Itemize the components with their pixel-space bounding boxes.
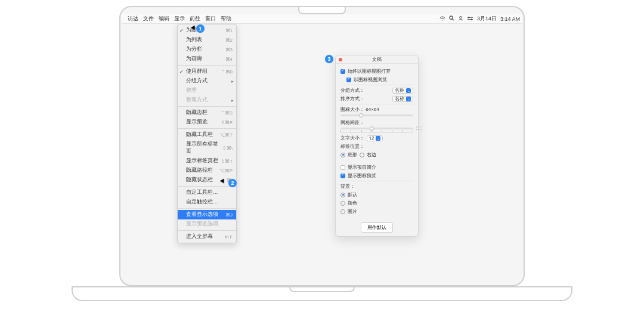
menubar-app[interactable]: 访达: [128, 15, 138, 23]
menu-as-icons[interactable]: ✓为图标⌘1: [178, 26, 236, 35]
panel-title: 文稿: [372, 57, 382, 62]
menu-view[interactable]: 显示: [174, 15, 185, 23]
menu-show-preview[interactable]: 显示预览⇧⌘P: [178, 117, 236, 127]
bg-default[interactable]: 默认: [340, 191, 413, 198]
menubar-date[interactable]: 3月14日: [477, 15, 497, 23]
menu-as-list[interactable]: 为列表⌘2: [178, 35, 236, 45]
menu-customize-toolbar[interactable]: 自定工具栏…: [178, 188, 236, 197]
menu-hide-sidebar[interactable]: 隐藏边栏⌃⌘S: [178, 108, 236, 117]
svg-point-0: [450, 16, 453, 19]
spotlight-icon[interactable]: [449, 16, 454, 22]
menu-show-tab-bar[interactable]: 显示标签页栏⇧⌘T: [178, 156, 236, 166]
laptop-frame: 访达 文件 编辑 显示 前往 窗口 帮助 3月14日 3:14 AM ✓为图: [119, 6, 525, 286]
group-by-row: 分组方式： 名称⌄: [340, 87, 413, 94]
step-badge-3: 3: [325, 55, 333, 63]
laptop-base: [72, 286, 572, 301]
grid-spacing-slider[interactable]: [340, 128, 413, 129]
text-size-row: 文字大小： 12⌄: [340, 135, 413, 141]
bg-color[interactable]: 颜色: [340, 200, 413, 206]
wifi-icon[interactable]: [439, 16, 445, 22]
menu-hide-status-bar[interactable]: 隐藏状态栏⌘/: [178, 175, 236, 185]
menu-hide-toolbar[interactable]: 隐藏工具栏⌥⌘T: [178, 130, 236, 140]
label-right-radio[interactable]: [360, 153, 364, 157]
icon-size-label: 图标大小： 64×64: [340, 106, 413, 113]
menu-show-preview-options: 显示预览选项: [178, 219, 236, 229]
view-menu-dropdown: ✓为图标⌘1 为列表⌘2 为分栏⌘3 为画廊⌘4 ✓使用群组⌃⌘0 分组方式▸ …: [177, 24, 237, 243]
menu-clean-up-by: 整理方式▸: [178, 95, 236, 105]
svg-point-2: [460, 16, 462, 18]
sort-by-popup[interactable]: 名称⌄: [392, 96, 413, 102]
group-by-popup[interactable]: 名称⌄: [392, 88, 413, 94]
menubar-status: 3月14日 3:14 AM: [439, 15, 520, 23]
menu-go[interactable]: 前往: [190, 15, 200, 23]
menu-customize-touchbar[interactable]: 自定触控栏…: [178, 197, 236, 207]
label-bottom-radio[interactable]: [340, 153, 345, 157]
always-open-icon-view[interactable]: 始终以图标视图打开: [340, 68, 413, 75]
step-badge-1: 1: [196, 24, 205, 33]
show-icon-preview[interactable]: 显示图标预览: [340, 172, 413, 179]
menu-window[interactable]: 窗口: [205, 15, 216, 23]
menu-use-groups[interactable]: ✓使用群组⌃⌘0: [178, 67, 236, 76]
icon-size-slider[interactable]: [340, 114, 413, 116]
svg-line-1: [453, 19, 454, 20]
bg-picture[interactable]: 图片: [340, 208, 413, 215]
sort-by-row: 排序方式： 名称⌄: [340, 95, 413, 102]
menu-enter-fullscreen[interactable]: 进入全屏幕fn F: [178, 232, 236, 242]
display-notch: [298, 7, 346, 14]
background-label: 背景：: [340, 183, 413, 190]
grid-spacing-label: 网格间距：: [340, 119, 413, 126]
view-options-panel: 文稿 始终以图标视图打开 以图标视图浏览 分组方式： 名称⌄ 排序方式： 名称⌄…: [335, 55, 419, 237]
text-size-popup[interactable]: 12⌄: [367, 135, 383, 141]
menubar-time[interactable]: 3:14 AM: [500, 16, 520, 22]
menu-edit[interactable]: 编辑: [159, 15, 169, 23]
control-center-icon[interactable]: [467, 16, 473, 22]
menu-show-all-tabs[interactable]: 显示所有标签页⇧⌘\: [178, 140, 236, 156]
menubar: 访达 文件 编辑 显示 前往 窗口 帮助 3月14日 3:14 AM: [122, 14, 522, 24]
menu-as-gallery[interactable]: 为画廊⌘4: [178, 54, 236, 64]
use-as-defaults-button[interactable]: 用作默认: [361, 222, 393, 233]
menu-clean-up: 整理: [178, 86, 236, 95]
menu-help[interactable]: 帮助: [221, 15, 231, 23]
menu-as-columns[interactable]: 为分栏⌘3: [178, 45, 236, 54]
label-position-label: 标签位置：: [340, 143, 413, 150]
menu-show-view-options[interactable]: 查看显示选项⌘J: [178, 210, 236, 219]
browse-icon-view[interactable]: 以图标视图浏览: [340, 76, 413, 83]
user-icon[interactable]: [458, 16, 463, 22]
show-item-info[interactable]: 显示项目简介: [340, 164, 413, 171]
step-badge-2: 2: [228, 179, 237, 187]
panel-titlebar[interactable]: 文稿: [336, 55, 418, 64]
menu-file[interactable]: 文件: [143, 15, 154, 23]
menu-group-by[interactable]: 分组方式▸: [178, 76, 236, 86]
menu-hide-path-bar[interactable]: 隐藏路径栏⌥⌘P: [178, 166, 236, 175]
close-icon[interactable]: [339, 58, 342, 61]
